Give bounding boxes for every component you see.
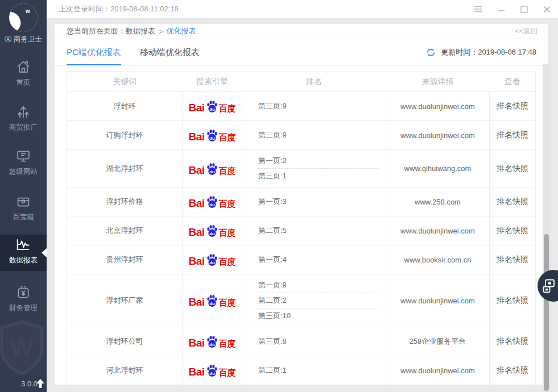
svg-text:du: du: [209, 169, 215, 174]
baidu-logo: Baidu百度: [188, 195, 235, 208]
scrollbar-thumb[interactable]: [544, 234, 549, 391]
svg-text:W: W: [10, 333, 34, 361]
minimize-button[interactable]: [498, 6, 505, 12]
sidebar-item-百宝箱[interactable]: 百宝箱: [0, 191, 47, 228]
rank-snapshot-link[interactable]: 排名快照: [490, 150, 536, 187]
table-row: 浮封环价格Baidu百度第一页:3www.258.com排名快照: [67, 187, 536, 216]
rank-value: 第三页:9: [258, 128, 378, 143]
sidebar-item-label: 首页: [0, 78, 47, 87]
column-header: 搜索引擎: [183, 72, 242, 92]
keyword-cell: 北京浮封环: [67, 216, 183, 245]
table-header-row: 关键词搜索引擎排名来源详情查看: [67, 72, 536, 92]
table-row: 湖北浮封环Baidu百度第一页:2第三页:1www.qihuiwang.com排…: [67, 150, 536, 187]
source-cell: www.duolunjinwei.com: [386, 121, 490, 150]
qr-code-icon: [542, 278, 557, 294]
app-window: w Ⓐ 商务卫士 首页商贸推广超级网站百宝箱数据报表财务管理 W 3.0.0 上…: [0, 0, 558, 392]
baidu-logo: Baidu百度: [188, 162, 235, 176]
rank-cell: 第一页:3: [242, 187, 386, 216]
baidu-logo: Baidu百度: [188, 335, 235, 348]
table-row: 浮封环厂家Baidu百度第一页:9第二页:2第三页:10www.duolunji…: [67, 274, 536, 327]
svg-text:du: du: [209, 136, 215, 141]
source-cell: www.duolunjinwei.com: [386, 216, 490, 245]
rank-cell: 第三页:8: [242, 327, 386, 356]
sidebar-item-超级网站[interactable]: 超级网站: [0, 146, 47, 182]
rank-cell: 第三页:9: [242, 121, 386, 150]
keyword-cell: 湖北浮封环: [67, 150, 183, 187]
shield-watermark-icon: W: [0, 318, 47, 380]
keyword-cell: 贵州浮封环: [67, 245, 183, 274]
sidebar-item-数据报表[interactable]: 数据报表: [0, 235, 47, 271]
toolbox-icon: [0, 194, 47, 211]
app-logo-icon: w: [9, 3, 38, 32]
menu-icon[interactable]: [474, 6, 482, 12]
rank-snapshot-link[interactable]: 排名快照: [490, 274, 536, 327]
sidebar-item-label: 商贸推广: [0, 123, 47, 132]
tab-bar: PC端优化报表移动端优化报表 更新时间：2019-08-06 17:48: [55, 39, 548, 66]
breadcrumb: 您当前所在页面： 数据报表 > 优化报表 <<返回: [55, 24, 548, 39]
breadcrumb-current-link[interactable]: 优化报表: [167, 26, 196, 36]
finance-icon: [0, 285, 47, 302]
home-icon: [0, 59, 47, 76]
sidebar-item-label: 百宝箱: [0, 212, 47, 222]
keyword-cell: 浮封环价格: [67, 187, 183, 216]
promotion-icon: [0, 104, 47, 121]
sidebar-item-财务管理[interactable]: 财务管理: [0, 282, 47, 319]
sidebar-item-商贸推广[interactable]: 商贸推广: [0, 102, 47, 138]
rank-cell: 第二页:1: [242, 356, 386, 385]
rank-cell: 第一页:2第三页:1: [242, 150, 386, 187]
rank-snapshot-link[interactable]: 排名快照: [490, 356, 536, 385]
rank-cell: 第二页:5: [242, 216, 386, 245]
back-link[interactable]: <<返回: [515, 27, 538, 36]
version-info[interactable]: 3.0.0: [21, 378, 45, 389]
source-cell: www.258.com: [386, 187, 490, 216]
rank-snapshot-link[interactable]: 排名快照: [490, 121, 536, 150]
maximize-button[interactable]: [520, 6, 528, 13]
baidu-logo: Baidu百度: [188, 253, 235, 266]
window-topbar: 上次登录时间：2019-08-08 11:02:18: [47, 0, 558, 19]
rank-value: 第二页:2: [258, 293, 378, 308]
keyword-cell: 河北浮封环: [67, 356, 183, 385]
search-engine-cell: Baidu百度: [183, 92, 242, 121]
rank-snapshot-link[interactable]: 排名快照: [490, 327, 536, 356]
baidu-logo: Baidu百度: [188, 364, 235, 377]
search-engine-cell: Baidu百度: [183, 274, 242, 327]
update-time-text: 更新时间：2019-08-06 17:48: [441, 47, 536, 57]
search-engine-cell: Baidu百度: [183, 121, 242, 150]
rank-report-table: 关键词搜索引擎排名来源详情查看浮封环Baidu百度第三页:9www.duolun…: [67, 71, 536, 385]
rank-value: 第三页:9: [258, 99, 378, 114]
rank-snapshot-link[interactable]: 排名快照: [490, 245, 536, 274]
column-header: 查看: [490, 72, 536, 92]
keyword-cell: 浮封环厂家: [67, 274, 183, 327]
breadcrumb-parent: 数据报表: [126, 26, 155, 36]
rank-value: 第三页:10: [258, 308, 378, 323]
source-cell: www.booksir.com.cn: [386, 245, 490, 274]
rank-value: 第一页:4: [258, 252, 378, 267]
website-icon: [0, 148, 47, 165]
rank-snapshot-link[interactable]: 排名快照: [490, 187, 536, 216]
source-cell: www.duolunjinwei.com: [386, 92, 490, 121]
tabs: PC端优化报表移动端优化报表: [67, 39, 218, 65]
breadcrumb-separator: >: [159, 27, 163, 36]
search-engine-cell: Baidu百度: [183, 327, 242, 356]
rank-cell: 第一页:9第二页:2第三页:10: [242, 274, 386, 327]
window-controls: [474, 6, 551, 13]
rank-value: 第三页:1: [258, 168, 378, 184]
column-header: 来源详情: [386, 72, 490, 92]
breadcrumb-prefix: 您当前所在页面：: [67, 26, 126, 36]
rank-snapshot-link[interactable]: 排名快照: [490, 216, 536, 245]
source-cell: www.qihuiwang.com: [386, 150, 490, 187]
rank-value: 第一页:2: [258, 153, 378, 168]
circled-a-icon: Ⓐ: [5, 35, 12, 43]
rank-snapshot-link[interactable]: 排名快照: [490, 92, 536, 121]
tab-pc-report[interactable]: PC端优化报表: [67, 39, 121, 65]
svg-text:du: du: [209, 342, 215, 347]
close-button[interactable]: [543, 6, 551, 13]
sidebar-item-首页[interactable]: 首页: [0, 57, 47, 93]
rank-cell: 第一页:4: [242, 245, 386, 274]
table-row: 河北浮封环Baidu百度第二页:1www.duolunjinwei.com排名快…: [67, 356, 536, 385]
source-cell: 258企业服务平台: [386, 327, 490, 356]
refresh-icon[interactable]: [426, 48, 436, 57]
tab-mobile-report[interactable]: 移动端优化报表: [140, 39, 200, 65]
version-number: 3.0.0: [21, 380, 38, 388]
svg-text:du: du: [209, 231, 215, 236]
